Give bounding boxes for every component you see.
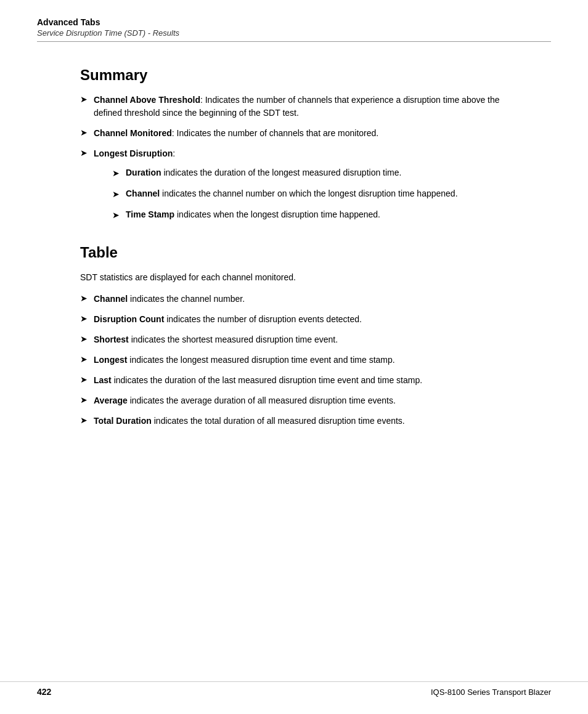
bullet-text: Total Duration indicates the total durat… [94, 415, 405, 428]
nested-bullet-arrow-icon: ➤ [112, 167, 120, 180]
item-text: indicates the total duration of all meas… [152, 416, 405, 426]
bullet-text: Channel indicates the channel number. [94, 293, 245, 306]
bullet-arrow-icon: ➤ [80, 375, 88, 384]
table-intro: SDT statistics are displayed for each ch… [80, 271, 508, 284]
bold-label: Shortest [94, 335, 129, 344]
list-item: ➤ Channel Monitored: Indicates the numbe… [80, 127, 508, 140]
nested-bullet-text: Time Stamp indicates when the longest di… [126, 208, 380, 221]
bold-label: Average [94, 396, 128, 405]
list-item: ➤ Channel indicates the channel number. [80, 293, 508, 306]
bullet-arrow-icon: ➤ [80, 128, 88, 137]
bullet-arrow-icon: ➤ [80, 148, 88, 158]
list-item: ➤ Longest indicates the longest measured… [80, 354, 508, 367]
table-section: Table SDT statistics are displayed for e… [80, 244, 508, 428]
list-item: ➤ Total Duration indicates the total dur… [80, 415, 508, 428]
bullet-text: Last indicates the duration of the last … [94, 374, 422, 387]
header-subtitle: Service Disruption Time (SDT) - Results [37, 28, 551, 38]
header: Advanced Tabs Service Disruption Time (S… [0, 0, 588, 42]
nested-list-item: ➤ Time Stamp indicates when the longest … [94, 208, 458, 222]
page-container: Advanced Tabs Service Disruption Time (S… [0, 0, 588, 714]
nested-list: ➤ Duration indicates the duration of the… [94, 166, 458, 222]
item-text: : [173, 148, 175, 158]
item-text: indicates the duration of the longest me… [161, 168, 402, 177]
list-item: ➤ Average indicates the average duration… [80, 394, 508, 407]
bullet-arrow-icon: ➤ [80, 395, 88, 405]
bold-label: Channel Monitored [94, 128, 172, 138]
list-item: ➤ Last indicates the duration of the las… [80, 374, 508, 387]
header-title: Advanced Tabs [37, 17, 551, 27]
list-item: ➤ Longest Disruption: ➤ Duration indicat… [80, 147, 508, 229]
item-text: indicates the longest measured disruptio… [127, 355, 394, 365]
bullet-text: Average indicates the average duration o… [94, 394, 396, 407]
bullet-arrow-icon: ➤ [80, 293, 88, 303]
nested-bullet-text: Duration indicates the duration of the l… [126, 166, 401, 179]
bullet-arrow-icon: ➤ [80, 415, 88, 425]
bold-label: Channel [94, 294, 128, 304]
table-heading: Table [80, 244, 508, 261]
summary-section: Summary ➤ Channel Above Threshold: Indic… [80, 67, 508, 229]
item-text: indicates the channel number on which th… [160, 189, 457, 198]
product-name: IQS-8100 Series Transport Blazer [431, 688, 551, 697]
bullet-text: Longest indicates the longest measured d… [94, 354, 395, 367]
bullet-text: Channel Monitored: Indicates the number … [94, 127, 378, 140]
summary-list: ➤ Channel Above Threshold: Indicates the… [80, 94, 508, 229]
bold-label: Duration [126, 168, 161, 177]
nested-bullet-text: Channel indicates the channel number on … [126, 187, 458, 200]
bold-label: Total Duration [94, 416, 152, 426]
nested-bullet-arrow-icon: ➤ [112, 209, 120, 222]
item-text: indicates the number of disruption event… [164, 314, 362, 324]
list-item: ➤ Disruption Count indicates the number … [80, 313, 508, 326]
nested-list-item: ➤ Duration indicates the duration of the… [94, 166, 458, 180]
bold-label: Time Stamp [126, 209, 174, 219]
bullet-text: Longest Disruption: ➤ Duration indicates… [94, 147, 458, 229]
bullet-arrow-icon: ➤ [80, 334, 88, 344]
list-item: ➤ Shortest indicates the shortest measur… [80, 333, 508, 346]
table-list: ➤ Channel indicates the channel number. … [80, 293, 508, 428]
nested-list-item: ➤ Channel indicates the channel number o… [94, 187, 458, 201]
item-text: indicates the average duration of all me… [128, 396, 396, 405]
bold-label: Longest Disruption [94, 148, 173, 158]
main-content: Summary ➤ Channel Above Threshold: Indic… [0, 42, 588, 472]
bullet-arrow-icon: ➤ [80, 94, 88, 104]
bold-label: Channel [126, 189, 160, 198]
item-text: indicates when the longest disruption ti… [174, 209, 380, 219]
summary-heading: Summary [80, 67, 508, 84]
list-item: ➤ Channel Above Threshold: Indicates the… [80, 94, 508, 120]
bold-label: Disruption Count [94, 314, 164, 324]
nested-bullet-arrow-icon: ➤ [112, 188, 120, 201]
footer: 422 IQS-8100 Series Transport Blazer [0, 681, 588, 697]
page-number: 422 [37, 687, 51, 697]
item-text: indicates the channel number. [128, 294, 245, 304]
bold-label: Channel Above Threshold [94, 95, 200, 105]
bold-label: Longest [94, 355, 127, 365]
bullet-text: Channel Above Threshold: Indicates the n… [94, 94, 508, 120]
bullet-arrow-icon: ➤ [80, 354, 88, 364]
bullet-arrow-icon: ➤ [80, 314, 88, 323]
bullet-text: Shortest indicates the shortest measured… [94, 333, 338, 346]
item-text: : Indicates the number of channels that … [172, 128, 378, 138]
bullet-text: Disruption Count indicates the number of… [94, 313, 362, 326]
bold-label: Last [94, 375, 112, 385]
item-text: indicates the shortest measured disrupti… [129, 335, 338, 344]
item-text: indicates the duration of the last measu… [112, 375, 422, 385]
